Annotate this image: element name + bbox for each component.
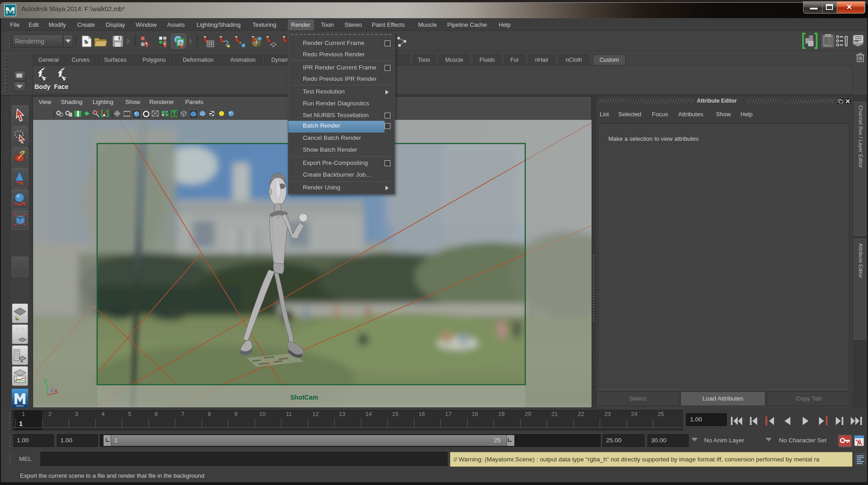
svg-text:z: z (50, 387, 53, 393)
svg-text:ShotCam: ShotCam (290, 394, 318, 401)
svg-text:MAYA: MAYA (16, 405, 24, 407)
svg-text:y: y (44, 377, 47, 384)
